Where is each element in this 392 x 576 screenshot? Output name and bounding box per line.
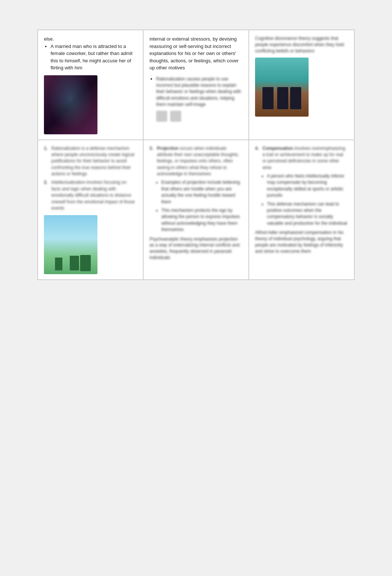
sky-image — [44, 215, 97, 274]
blurred-bullet-item: Rationalization causes people to use inc… — [156, 75, 243, 122]
icon-2 — [170, 111, 181, 122]
icon-1 — [156, 111, 167, 122]
clear-paragraph: internal or external stressors, by devis… — [149, 35, 243, 72]
teal-image — [255, 58, 309, 117]
blurred-bullets-right: 4. Compensation involves overemphasizing… — [255, 145, 348, 255]
icon-row — [156, 111, 243, 122]
married-man-item: A married man who is attracted to a fema… — [51, 43, 137, 72]
cell-bottom-middle: 3. Projection occurs when individuals at… — [143, 140, 249, 280]
cell-bottom-right: 4. Compensation involves overemphasizing… — [249, 140, 354, 280]
cell-top-middle: internal or external stressors, by devis… — [143, 30, 249, 140]
cell-bottom-left: 1. Rationalization is a defense mechanis… — [38, 140, 143, 280]
blurred-numbered-middle: 3. Projection occurs when individuals at… — [149, 145, 243, 261]
dark-image — [44, 75, 97, 134]
cell-top-left: else. A married man who is attracted to … — [38, 30, 143, 140]
blurred-title-right: Cognitive dissonance theory suggests tha… — [255, 35, 348, 54]
grid-container: else. A married man who is attracted to … — [37, 30, 355, 280]
blurred-numbered-left: 1. Rationalization is a defense mechanis… — [44, 145, 137, 212]
else-text: else. — [44, 35, 137, 43]
cell-top-right: Cognitive dissonance theory suggests tha… — [249, 30, 354, 140]
